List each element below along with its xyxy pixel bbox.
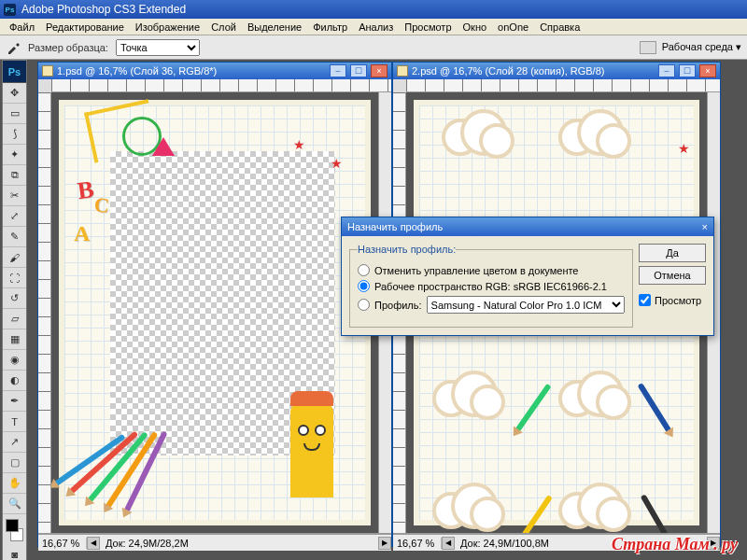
workspace-dropdown[interactable]: Рабочая среда ▾	[662, 41, 741, 53]
app-title: Adobe Photoshop CS3 Extended	[21, 3, 186, 16]
type-tool[interactable]: T	[3, 412, 26, 432]
radio-profile[interactable]	[358, 299, 370, 311]
wand-tool[interactable]: ✦	[3, 145, 26, 165]
options-bar: Размер образца: Точка Рабочая среда ▾	[0, 35, 747, 60]
doc-icon	[42, 65, 53, 77]
doc1-zoom[interactable]: 16,67 %	[38, 538, 87, 549]
history-brush-tool[interactable]: ↺	[3, 288, 26, 309]
screen-mode-icon[interactable]	[640, 41, 656, 54]
stamp-tool[interactable]: ⛶	[3, 268, 26, 288]
doc1-info: Док: 24,9M/28,2M	[100, 538, 378, 549]
preview-checkbox[interactable]	[639, 294, 651, 306]
profile-select[interactable]: Samsung - Natural Color Pro 1.0 ICM	[427, 296, 625, 314]
app-titlebar: Ps Adobe Photoshop CS3 Extended	[0, 0, 747, 19]
fieldset-legend: Назначить профиль:	[358, 244, 456, 255]
gradient-tool[interactable]: ▦	[3, 329, 26, 350]
radio-discard-label: Отменить управление цветом в документе	[374, 265, 579, 276]
eraser-tool[interactable]: ▱	[3, 309, 26, 329]
blur-tool[interactable]: ◉	[3, 350, 26, 371]
scroll-left-icon[interactable]: ◀	[442, 537, 455, 550]
menu-bar: Файл Редактирование Изображение Слой Выд…	[0, 19, 747, 35]
doc2-titlebar[interactable]: 2.psd @ 16,7% (Слой 28 (копия), RGB/8) –…	[393, 63, 720, 79]
slice-tool[interactable]: ✂	[3, 186, 26, 206]
radio-working-rgb[interactable]	[358, 280, 370, 292]
crop-tool[interactable]: ⧉	[3, 165, 26, 186]
menu-item[interactable]: Анализ	[353, 20, 399, 35]
preview-label: Просмотр	[655, 295, 701, 306]
assign-profile-dialog: Назначить профиль × Назначить профиль: О…	[341, 217, 714, 336]
close-button[interactable]: ×	[699, 64, 716, 77]
menu-item[interactable]: Окно	[458, 20, 493, 35]
menu-item[interactable]: Файл	[4, 20, 40, 35]
shape-tool[interactable]: ▢	[3, 453, 26, 473]
preview-checkbox-row[interactable]: Просмотр	[639, 294, 706, 306]
scroll-right-icon[interactable]: ▶	[378, 537, 391, 550]
close-button[interactable]: ×	[371, 64, 388, 77]
menu-item[interactable]: Выделение	[242, 20, 307, 35]
radio-discard[interactable]	[358, 264, 370, 276]
ruler-horizontal	[406, 79, 720, 92]
radio-working-rgb-label: Рабочее пространство RGB: sRGB IEC61966-…	[374, 281, 607, 292]
move-tool[interactable]: ✥	[3, 83, 26, 104]
document-window-1: 1.psd @ 16,7% (Слой 36, RGB/8*) – ☐ × B …	[37, 62, 392, 547]
ruler-horizontal	[51, 79, 391, 92]
sample-size-select[interactable]: Точка	[116, 39, 200, 56]
workspace: Ps ✥ ▭ ⟆ ✦ ⧉ ✂ ⤢ ✎ 🖌 ⛶ ↺ ▱ ▦ ◉ ◐ ✒ T ↗ ▢…	[0, 60, 747, 560]
color-swatches[interactable]	[3, 516, 26, 544]
pen-tool[interactable]: ✒	[3, 391, 26, 412]
quickmask-tool[interactable]: ◙	[3, 544, 26, 560]
menu-item[interactable]: Слой	[205, 20, 242, 35]
ruler-vertical	[38, 92, 51, 533]
maximize-button[interactable]: ☐	[679, 64, 696, 77]
cancel-button[interactable]: Отмена	[639, 266, 706, 285]
brush-tool[interactable]: 🖌	[3, 247, 26, 268]
watermark: Страна Мам . ру	[612, 535, 738, 554]
eyedropper-icon	[6, 40, 21, 55]
scrollbar-horizontal[interactable]: 16,67 % ◀ Док: 24,9M/28,2M ▶	[38, 533, 391, 546]
menu-item[interactable]: Справка	[534, 20, 585, 35]
profile-fieldset: Назначить профиль: Отменить управление ц…	[349, 244, 633, 328]
sample-size-label: Размер образца:	[28, 42, 108, 53]
menu-item[interactable]: Фильтр	[307, 20, 353, 35]
minimize-button[interactable]: –	[330, 64, 346, 77]
tools-panel: Ps ✥ ▭ ⟆ ✦ ⧉ ✂ ⤢ ✎ 🖌 ⛶ ↺ ▱ ▦ ◉ ◐ ✒ T ↗ ▢…	[2, 60, 27, 560]
dialog-titlebar[interactable]: Назначить профиль ×	[342, 217, 713, 236]
doc2-title: 2.psd @ 16,7% (Слой 28 (копия), RGB/8)	[412, 65, 655, 77]
radio-profile-label: Профиль:	[374, 300, 422, 311]
healing-tool[interactable]: ✎	[3, 227, 26, 247]
eyedropper-tool[interactable]: ⤢	[3, 206, 26, 227]
ok-button[interactable]: Да	[639, 244, 706, 262]
lasso-tool[interactable]: ⟆	[3, 124, 26, 145]
hand-tool[interactable]: ✋	[3, 473, 26, 494]
doc2-zoom[interactable]: 16,67 %	[393, 538, 442, 549]
doc-icon	[397, 65, 408, 77]
dodge-tool[interactable]: ◐	[3, 371, 26, 391]
ps-logo-icon: Ps	[3, 61, 26, 83]
doc1-title: 1.psd @ 16,7% (Слой 36, RGB/8*)	[57, 65, 326, 77]
zoom-tool[interactable]: 🔍	[3, 494, 26, 514]
scroll-left-icon[interactable]: ◀	[87, 537, 100, 550]
dialog-title: Назначить профиль	[347, 221, 702, 232]
menu-item[interactable]: Изображение	[130, 20, 205, 35]
doc1-titlebar[interactable]: 1.psd @ 16,7% (Слой 36, RGB/8*) – ☐ ×	[38, 63, 391, 79]
menu-item[interactable]: onOne	[492, 20, 534, 35]
maximize-button[interactable]: ☐	[350, 64, 367, 77]
menu-item[interactable]: Редактирование	[40, 20, 130, 35]
dialog-close-button[interactable]: ×	[702, 221, 708, 232]
doc1-canvas[interactable]: B C A ★ ★	[51, 92, 378, 533]
menu-item[interactable]: Просмотр	[399, 20, 457, 35]
minimize-button[interactable]: –	[658, 64, 675, 77]
app-icon: Ps	[4, 4, 16, 16]
path-tool[interactable]: ↗	[3, 432, 26, 453]
marquee-tool[interactable]: ▭	[3, 104, 26, 124]
